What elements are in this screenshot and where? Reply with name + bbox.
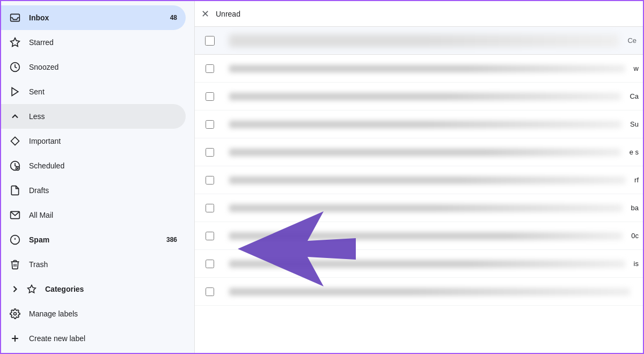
table-row[interactable]: Ca	[195, 83, 643, 110]
sidebar-item-spam-label: Spam	[29, 235, 158, 244]
svg-marker-1	[11, 38, 20, 47]
checkbox-area[interactable]	[199, 148, 221, 157]
email-checkbox[interactable]	[206, 148, 214, 157]
sidebar-item-inbox-count: 48	[170, 14, 177, 21]
svg-marker-3	[12, 88, 18, 96]
email-list-header-row[interactable]: Ce	[195, 27, 643, 55]
sidebar-item-starred-label: Starred	[29, 38, 177, 47]
svg-marker-4	[11, 137, 19, 145]
svg-point-14	[14, 313, 17, 315]
table-row[interactable]: Su	[195, 110, 643, 138]
chevron-up-icon	[10, 111, 20, 122]
categories-chevron-icon	[10, 284, 20, 294]
sidebar-item-important[interactable]: Important	[1, 129, 186, 153]
sidebar-item-manage-labels[interactable]: Manage labels	[1, 301, 186, 326]
trash-icon	[10, 259, 20, 270]
sidebar-item-scheduled[interactable]: Scheduled	[1, 153, 186, 178]
sidebar-item-create-new-label[interactable]: Create new label	[1, 326, 186, 351]
checkbox-area[interactable]	[199, 287, 221, 296]
checkbox-area[interactable]	[199, 120, 221, 129]
table-row[interactable]: 0c	[195, 222, 643, 250]
sidebar-item-drafts-label: Drafts	[29, 186, 177, 195]
drafts-icon	[10, 185, 20, 196]
select-all-checkbox-area[interactable]	[199, 36, 221, 46]
email-checkbox[interactable]	[206, 287, 214, 296]
close-unread-button[interactable]: ✕	[201, 8, 209, 20]
table-row[interactable]: is	[195, 250, 643, 278]
right-snippet-4: e s	[630, 148, 639, 156]
email-checkbox[interactable]	[206, 120, 214, 129]
sidebar-item-inbox-label: Inbox	[29, 13, 162, 22]
svg-marker-13	[28, 285, 36, 293]
sidebar-item-trash-label: Trash	[29, 260, 177, 269]
sidebar-item-less[interactable]: Less	[1, 104, 186, 129]
sidebar-item-categories-label: Categories	[45, 285, 177, 293]
right-snippet-8: is	[634, 260, 639, 268]
table-row[interactable]: w	[195, 55, 643, 83]
sidebar-item-create-new-label-label: Create new label	[29, 334, 177, 343]
select-all-checkbox[interactable]	[205, 36, 215, 46]
checkbox-area[interactable]	[199, 260, 221, 268]
categories-label-icon	[27, 284, 36, 294]
email-checkbox[interactable]	[206, 232, 214, 240]
email-list: Ce w Ca Su	[195, 27, 643, 353]
unread-header-label: Unread	[216, 10, 240, 18]
sidebar-item-all-mail-label: All Mail	[29, 211, 177, 219]
sidebar-item-snoozed[interactable]: Snoozed	[1, 55, 186, 79]
email-checkbox[interactable]	[206, 64, 214, 73]
right-snippet-6: ba	[631, 204, 639, 212]
checkbox-area[interactable]	[199, 176, 221, 185]
sidebar-item-manage-labels-label: Manage labels	[29, 309, 177, 318]
sidebar-item-scheduled-label: Scheduled	[29, 161, 177, 170]
sidebar-item-less-label: Less	[29, 112, 177, 121]
sidebar-item-snoozed-label: Snoozed	[29, 63, 177, 71]
email-checkbox[interactable]	[206, 204, 214, 212]
important-icon	[10, 136, 20, 146]
right-snippet-3: Su	[630, 120, 639, 128]
unread-header: ✕ Unread	[195, 1, 643, 27]
right-snippet-1: w	[634, 64, 639, 72]
table-row[interactable]: ba	[195, 194, 643, 222]
sidebar-item-starred[interactable]: Starred	[1, 30, 186, 55]
main-content: ✕ Unread Ce w Ca	[194, 1, 643, 353]
scheduled-icon	[10, 160, 20, 171]
send-icon	[10, 86, 20, 97]
sidebar-item-spam-count: 386	[166, 236, 177, 244]
sidebar-item-inbox[interactable]: Inbox 48	[1, 5, 186, 30]
sidebar-item-categories[interactable]: Categories	[1, 277, 186, 301]
sidebar-item-drafts[interactable]: Drafts	[1, 178, 186, 203]
checkbox-area[interactable]	[199, 232, 221, 240]
allmail-icon	[10, 210, 20, 220]
right-snippet-5: rf	[634, 176, 639, 184]
right-snippet-0: Ce	[627, 36, 636, 45]
spam-icon	[10, 234, 20, 245]
right-snippet-7: 0c	[631, 232, 639, 240]
star-icon	[10, 37, 20, 48]
checkbox-area[interactable]	[199, 92, 221, 101]
sidebar-item-trash[interactable]: Trash	[1, 252, 186, 277]
table-row[interactable]: e s	[195, 138, 643, 166]
sidebar-item-important-label: Important	[29, 137, 177, 145]
table-row[interactable]: rf	[195, 166, 643, 194]
sidebar-item-all-mail[interactable]: All Mail	[1, 203, 186, 227]
clock-icon	[10, 62, 20, 72]
table-row[interactable]	[195, 278, 643, 306]
sidebar-item-spam[interactable]: Spam 386	[1, 227, 186, 252]
email-checkbox[interactable]	[206, 92, 214, 101]
email-checkbox[interactable]	[206, 176, 214, 185]
inbox-icon	[10, 12, 20, 23]
sidebar-item-sent-label: Sent	[29, 87, 177, 96]
gear-icon	[10, 308, 20, 319]
right-snippet-2: Ca	[630, 92, 639, 100]
checkbox-area[interactable]	[199, 204, 221, 212]
sidebar: Inbox 48 Starred Snoozed Sent	[1, 1, 194, 354]
plus-icon	[10, 333, 20, 344]
sidebar-item-sent[interactable]: Sent	[1, 79, 186, 104]
checkbox-area[interactable]	[199, 64, 221, 73]
email-checkbox[interactable]	[206, 260, 214, 268]
